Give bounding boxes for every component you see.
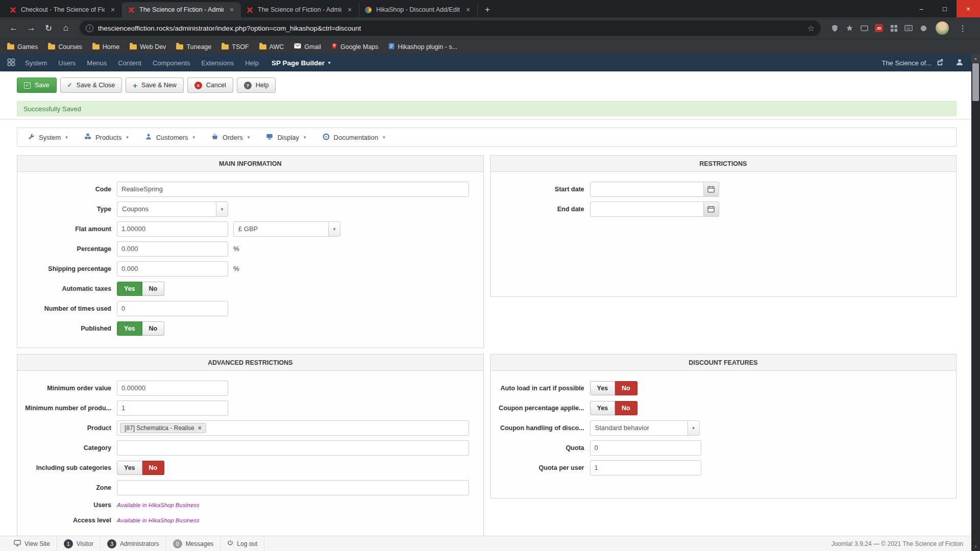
hikashop-menu-documentation[interactable]: Documentation▾ [323,133,385,142]
save-close-button[interactable]: ✓Save & Close [60,78,122,93]
browser-menu-icon[interactable]: ⋮ [954,23,971,33]
page-scrollbar[interactable]: ▲ ▼ [971,54,980,551]
tab-close-icon[interactable]: × [109,6,117,14]
bookmark-folder[interactable]: Tuneage [176,43,211,51]
window-close-button[interactable]: × [957,0,980,17]
zone-input[interactable] [117,480,469,495]
category-input[interactable] [117,440,469,456]
scroll-down-icon[interactable]: ▼ [971,542,980,551]
scrollbar-thumb[interactable] [972,63,979,101]
quota-per-user-input[interactable] [590,460,701,475]
cubes-icon [84,133,91,142]
browser-tab[interactable]: Checkout - The Science of Fictio × [4,2,122,17]
yes-button[interactable]: Yes [590,381,616,395]
logout-link[interactable]: Log out [220,536,264,551]
hikashop-menu-display[interactable]: Display▾ [266,133,306,142]
profile-avatar[interactable] [936,21,949,35]
tab-close-icon[interactable]: × [464,6,472,14]
admin-menu-system[interactable]: System [19,59,53,67]
quota-input[interactable] [590,440,701,456]
bookmark-folder[interactable]: Home [92,43,119,51]
save-new-button[interactable]: +Save & New [126,78,184,93]
hikashop-menu-orders[interactable]: Orders▾ [211,133,250,142]
minimum-order-value-input[interactable] [117,381,228,396]
type-select[interactable]: Coupons▾ [117,202,228,217]
page-info-icon[interactable]: i [86,24,93,32]
code-input[interactable] [117,182,469,197]
extension-icon[interactable] [830,23,839,33]
window-maximize-button[interactable]: □ [933,0,957,17]
tab-close-icon[interactable]: × [228,6,236,14]
new-tab-button[interactable]: + [481,3,494,16]
yes-button[interactable]: Yes [117,461,142,475]
no-button[interactable]: No [142,461,165,475]
admin-menu-components[interactable]: Components [147,59,196,67]
yes-button[interactable]: Yes [117,282,142,296]
reload-button[interactable]: ↻ [41,20,56,36]
browser-tab-active[interactable]: The Science of Fiction - Administ... × [122,2,241,17]
forward-button[interactable]: → [23,20,39,36]
site-preview-link[interactable]: The Science of... [881,59,932,67]
yes-button[interactable]: Yes [590,401,616,415]
sp-page-builder-menu[interactable]: SP Page Builder▾ [272,59,331,67]
bookmark-folder[interactable]: Courses [48,43,82,51]
user-account-icon[interactable] [955,58,964,68]
bookmark-hikashop-plugin[interactable]: Hikashop plugin - s... [388,43,457,51]
no-button[interactable]: No [142,282,165,296]
no-button[interactable]: No [615,381,638,395]
yes-button[interactable]: Yes [117,321,142,336]
administrators-status[interactable]: 3Administrators [101,536,166,551]
end-date-input[interactable] [590,202,704,217]
coupon-handling-select[interactable]: Standard behavior▾ [590,420,700,436]
browser-tab[interactable]: The Science of Fiction - Administ... × [241,2,359,17]
flat-amount-input[interactable] [117,221,228,237]
admin-menu-extensions[interactable]: Extensions [196,59,240,67]
tab-close-icon[interactable]: × [346,6,354,14]
admin-menu-menus[interactable]: Menus [81,59,112,67]
no-button[interactable]: No [142,321,165,336]
browser-tab[interactable]: HikaShop - Discount Add/Edit × [359,2,478,17]
back-button[interactable]: ← [6,20,21,36]
save-button[interactable]: ✓Save [17,78,57,93]
bookmark-gmail[interactable]: Gmail [294,43,321,51]
hikashop-menu-customers[interactable]: Customers▾ [145,133,195,142]
calendar-button[interactable] [704,182,719,197]
home-button[interactable]: ⌂ [58,20,74,36]
currency-select[interactable]: £ GBP▾ [233,221,340,237]
bookmark-folder[interactable]: Web Dev [130,43,166,51]
bookmark-folder[interactable]: AWC [259,43,284,51]
url-text[interactable]: thescienceoffiction.rocks/administrator/… [98,24,803,32]
scroll-up-icon[interactable]: ▲ [971,54,980,63]
extension-icon[interactable] [904,23,913,33]
hikashop-menu-products[interactable]: Products▾ [84,133,129,142]
bookmark-google-maps[interactable]: Google Maps [331,42,378,51]
extension-icon[interactable] [860,23,869,33]
shipping-percentage-input[interactable] [117,261,228,277]
address-bar[interactable]: i thescienceoffiction.rocks/administrato… [80,20,821,36]
extension-icon[interactable]: JD [874,23,884,33]
visitors-status[interactable]: 1Visitor [57,536,101,551]
bookmark-folder[interactable]: TSOF [222,43,249,51]
start-date-input[interactable] [590,182,704,197]
admin-menu-users[interactable]: Users [53,59,81,67]
messages-status[interactable]: 0Messages [166,536,221,551]
no-button[interactable]: No [615,401,638,415]
product-input[interactable]: [87] Schematica - Realise× [117,420,469,436]
times-used-input[interactable] [117,301,228,316]
bookmark-star-icon[interactable]: ☆ [807,23,815,33]
window-minimize-button[interactable]: – [910,0,933,17]
extension-icon[interactable] [919,23,928,33]
remove-tag-icon[interactable]: × [198,424,202,432]
extension-icon[interactable] [889,23,898,33]
extension-icon[interactable] [845,23,854,33]
hikashop-menu-system[interactable]: System▾ [28,133,68,142]
minimum-number-of-products-input[interactable] [117,400,228,416]
cancel-button[interactable]: ×Cancel [187,78,233,93]
admin-menu-help[interactable]: Help [239,59,264,67]
calendar-button[interactable] [704,202,719,217]
percentage-input[interactable] [117,241,228,257]
view-site-link[interactable]: View Site [7,536,57,551]
bookmark-folder[interactable]: Games [7,43,38,51]
help-button[interactable]: ?Help [237,78,276,93]
admin-menu-content[interactable]: Content [112,59,147,67]
